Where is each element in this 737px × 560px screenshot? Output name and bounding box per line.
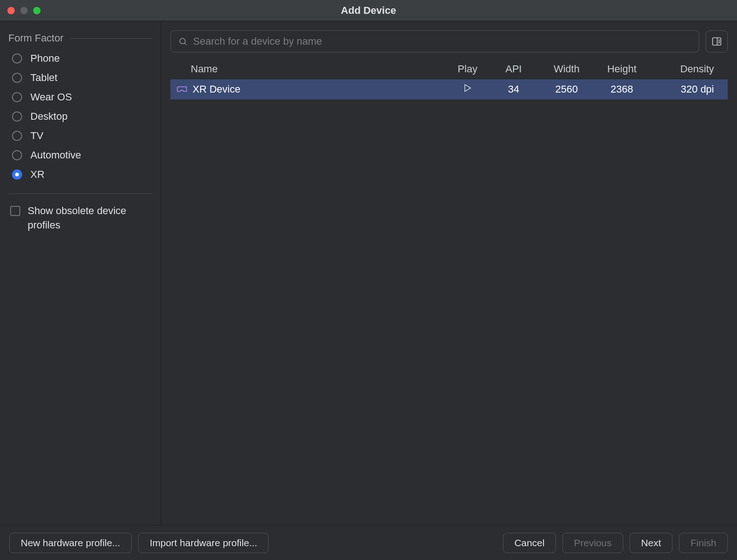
col-api[interactable]: API: [488, 63, 539, 75]
titlebar: Add Device: [0, 0, 737, 21]
new-hardware-profile-button[interactable]: New hardware profile...: [9, 533, 132, 553]
col-play[interactable]: Play: [447, 63, 488, 75]
form-factor-item-label: Tablet: [30, 72, 58, 84]
radio-icon: [12, 73, 22, 83]
window-controls: [7, 7, 41, 14]
col-height[interactable]: Height: [594, 63, 649, 75]
sidebar-divider: [8, 193, 152, 194]
radio-icon: [12, 131, 22, 141]
finish-button[interactable]: Finish: [679, 533, 728, 553]
col-name[interactable]: Name: [177, 63, 447, 75]
footer: New hardware profile... Import hardware …: [0, 525, 737, 560]
col-density[interactable]: Density: [649, 63, 714, 75]
radio-icon: [12, 53, 22, 64]
form-factor-desktop[interactable]: Desktop: [12, 111, 152, 122]
col-width[interactable]: Width: [539, 63, 594, 75]
form-factor-item-label: Phone: [30, 52, 60, 64]
form-factor-item-label: Automotive: [30, 149, 81, 161]
previous-button[interactable]: Previous: [562, 533, 623, 553]
radio-icon: [12, 111, 22, 122]
form-factor-label: Form Factor: [8, 32, 64, 44]
window-minimize-button[interactable]: [20, 7, 28, 14]
form-factor-tv[interactable]: TV: [12, 130, 152, 142]
cancel-button[interactable]: Cancel: [503, 533, 556, 553]
show-obsolete-label: Show obsolete device profiles: [28, 204, 152, 233]
search-field[interactable]: [170, 30, 699, 52]
form-factor-wear-os[interactable]: Wear OS: [12, 91, 152, 103]
search-row: [170, 30, 728, 52]
cell-height: 2368: [594, 83, 649, 95]
main: Form Factor Phone Tablet Wear OS Desktop: [0, 21, 737, 525]
form-factor-xr[interactable]: XR: [12, 169, 152, 181]
radio-icon: [12, 150, 22, 160]
device-table: Name Play API Width Height Density XR De…: [170, 59, 728, 525]
window-maximize-button[interactable]: [33, 7, 41, 14]
form-factor-item-label: XR: [30, 169, 45, 181]
search-input[interactable]: [193, 35, 691, 47]
section-divider: [70, 38, 152, 39]
search-icon: [178, 37, 187, 46]
cell-width: 2560: [539, 83, 594, 95]
import-hardware-profile-button[interactable]: Import hardware profile...: [138, 533, 269, 553]
window-title: Add Device: [341, 5, 396, 17]
table-header: Name Play API Width Height Density: [170, 59, 728, 79]
form-factor-list: Phone Tablet Wear OS Desktop TV Automoti…: [8, 52, 152, 181]
form-factor-header: Form Factor: [8, 32, 152, 44]
radio-icon: [12, 92, 22, 102]
form-factor-item-label: TV: [30, 130, 43, 142]
toggle-details-panel-button[interactable]: [706, 30, 728, 52]
panel-icon: [711, 36, 722, 47]
play-store-icon: [463, 83, 472, 93]
cell-name-text: XR Device: [193, 83, 240, 95]
form-factor-item-label: Wear OS: [30, 91, 72, 103]
window-close-button[interactable]: [7, 7, 15, 14]
svg-point-0: [180, 38, 185, 44]
form-factor-item-label: Desktop: [30, 111, 68, 122]
sidebar: Form Factor Phone Tablet Wear OS Desktop: [0, 21, 161, 525]
form-factor-phone[interactable]: Phone: [12, 52, 152, 64]
show-obsolete-checkbox[interactable]: Show obsolete device profiles: [8, 204, 152, 233]
content: Name Play API Width Height Density XR De…: [161, 21, 737, 525]
xr-device-icon: [177, 85, 187, 93]
form-factor-tablet[interactable]: Tablet: [12, 72, 152, 84]
radio-icon: [12, 169, 22, 180]
form-factor-automotive[interactable]: Automotive: [12, 149, 152, 161]
cell-density: 320 dpi: [649, 83, 714, 95]
cell-name: XR Device: [177, 83, 447, 95]
table-row[interactable]: XR Device 34 2560 2368 320 dpi: [170, 79, 728, 99]
svg-line-1: [185, 43, 187, 45]
cell-play: [447, 83, 488, 95]
cell-api: 34: [488, 83, 539, 95]
checkbox-icon: [10, 206, 20, 216]
next-button[interactable]: Next: [630, 533, 673, 553]
